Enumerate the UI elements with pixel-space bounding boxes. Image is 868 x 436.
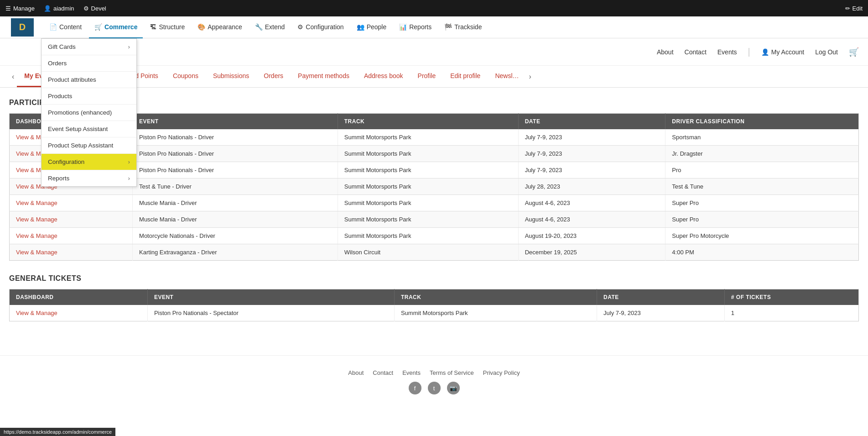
facebook-icon[interactable]: f (409, 382, 421, 394)
nav-item-trackside[interactable]: 🏁 Trackside (439, 16, 487, 38)
manage-label: Manage (13, 5, 35, 12)
view-manage-link[interactable]: View & Manage (16, 200, 57, 206)
trackside-icon: 🏁 (444, 23, 452, 31)
username-label: aiadmin (53, 5, 74, 12)
event-setup-label: Event Setup Assistant (48, 126, 108, 132)
cart-icon[interactable]: 🛒 (849, 47, 859, 57)
nav-item-commerce[interactable]: 🛒 Commerce (89, 16, 143, 38)
classification-cell: 4:00 PM (665, 244, 859, 261)
site-nav-logout[interactable]: Log Out (815, 48, 838, 56)
dropdown-product-attributes[interactable]: Product attributes (42, 72, 136, 88)
event-cell: Piston Pro Nationals - Driver (133, 129, 338, 146)
footer-contact[interactable]: Contact (373, 369, 393, 376)
nav-item-people[interactable]: 👥 People (351, 16, 392, 38)
nav-item-appearance[interactable]: 🎨 Appearance (192, 16, 248, 38)
dropdown-product-setup[interactable]: Product Setup Assistant (42, 137, 136, 154)
table-row: View & Manage Muscle Mania - Driver Summ… (10, 195, 859, 211)
view-manage-link[interactable]: View & Manage (16, 310, 57, 316)
hamburger-icon: ☰ (5, 5, 11, 12)
nav-people-label: People (367, 23, 387, 31)
account-user-icon: 👤 (761, 48, 769, 56)
tab-address-book[interactable]: Address book (357, 66, 411, 87)
table-row: View & Manage Piston Pro Nationals - Spe… (10, 305, 859, 321)
track-cell: Summit Motorsports Park (338, 162, 518, 179)
footer-privacy[interactable]: Privacy Policy (483, 369, 520, 376)
nav-item-reports[interactable]: 📊 Reports (394, 16, 437, 38)
tab-edit-profile[interactable]: Edit profile (443, 66, 488, 87)
date-cell: August 4-6, 2023 (518, 195, 665, 211)
general-tickets-table: DASHBOARD EVENT TRACK DATE # OF TICKETS … (9, 289, 859, 321)
nav-item-content[interactable]: 📄 Content (44, 16, 87, 38)
dropdown-configuration[interactable]: Configuration › (42, 154, 136, 170)
twitter-icon[interactable]: t (428, 382, 441, 394)
orders-label: Orders (48, 60, 67, 67)
classification-cell: Sportsman (665, 129, 859, 146)
nav-trackside-label: Trackside (454, 23, 482, 31)
track-cell: Summit Motorsports Park (338, 228, 518, 244)
edit-button[interactable]: ✏ Edit (845, 5, 863, 12)
dropdown-gift-cards[interactable]: Gift Cards › (42, 39, 136, 55)
date-cell: August 19-20, 2023 (518, 228, 665, 244)
classification-cell: Jr. Dragster (665, 146, 859, 162)
nav-reports-label: Reports (409, 23, 431, 31)
classification-cell: Super Pro (665, 195, 859, 211)
nav-item-extend[interactable]: 🔧 Extend (249, 16, 291, 38)
tab-arrow-right[interactable]: › (526, 73, 534, 81)
tab-newsletter[interactable]: Newsl… (488, 66, 526, 87)
devel-item[interactable]: ⚙ Devel (83, 5, 106, 12)
classification-cell: Test & Tune (665, 179, 859, 195)
tab-submissions[interactable]: Submissions (206, 66, 256, 87)
site-footer: About Contact Events Terms of Service Pr… (0, 355, 868, 404)
nav-item-configuration[interactable]: ⚙ Configuration (292, 16, 349, 38)
site-nav-links: About Contact Events | 👤 My Account Log … (657, 47, 859, 57)
nav-commerce-label: Commerce (104, 23, 137, 31)
track-cell: Summit Motorsports Park (338, 195, 518, 211)
tickets-col-date: DATE (597, 289, 725, 305)
chevron-right-icon-config: › (128, 158, 130, 165)
tab-orders[interactable]: Orders (256, 66, 291, 87)
nav-item-structure[interactable]: 🏗 Structure (145, 16, 190, 38)
event-cell: Muscle Mania - Driver (133, 195, 338, 211)
view-manage-link[interactable]: View & Manage (16, 232, 57, 239)
tab-payment-methods[interactable]: Payment methods (291, 66, 357, 87)
gift-cards-label: Gift Cards (48, 43, 76, 50)
user-item[interactable]: 👤 aiadmin (44, 5, 74, 12)
site-nav-my-account[interactable]: 👤 My Account (761, 48, 804, 56)
footer-terms[interactable]: Terms of Service (430, 369, 474, 376)
manage-button[interactable]: ☰ Manage (5, 5, 35, 12)
instagram-icon[interactable]: 📷 (447, 382, 460, 394)
site-logo: D (11, 18, 34, 37)
track-cell: Summit Motorsports Park (338, 146, 518, 162)
site-nav-contact[interactable]: Contact (685, 48, 707, 56)
site-nav-about[interactable]: About (657, 48, 674, 56)
nav-bar: D 📄 Content 🛒 Commerce 🏗 Structure 🎨 App… (0, 16, 868, 38)
table-row: View & Manage Motorcycle Nationals - Dri… (10, 228, 859, 244)
footer-about[interactable]: About (348, 369, 364, 376)
tickets-col-dashboard: DASHBOARD (10, 289, 148, 305)
dropdown-orders[interactable]: Orders (42, 55, 136, 72)
edit-icon: ✏ (845, 5, 850, 12)
gear-icon: ⚙ (83, 5, 89, 12)
participant-col-event: EVENT (133, 114, 338, 130)
dropdown-promotions[interactable]: Promotions (enhanced) (42, 105, 136, 121)
tickets-count-cell: 1 (724, 305, 858, 321)
participant-col-classification: DRIVER CLASSIFICATION (665, 114, 859, 130)
tab-coupons[interactable]: Coupons (166, 66, 206, 87)
date-cell: August 4-6, 2023 (518, 211, 665, 228)
tickets-col-event: EVENT (147, 289, 394, 305)
dropdown-reports[interactable]: Reports › (42, 170, 136, 186)
track-cell: Summit Motorsports Park (338, 129, 518, 146)
participant-col-date: DATE (518, 114, 665, 130)
dropdown-event-setup[interactable]: Event Setup Assistant (42, 121, 136, 137)
tab-profile[interactable]: Profile (411, 66, 443, 87)
event-cell: Test & Tune - Driver (133, 179, 338, 195)
dropdown-products[interactable]: Products (42, 88, 136, 105)
view-manage-link[interactable]: View & Manage (16, 249, 57, 256)
site-nav-events[interactable]: Events (717, 48, 737, 56)
footer-events[interactable]: Events (402, 369, 421, 376)
track-cell: Summit Motorsports Park (338, 211, 518, 228)
table-row: View & Manage Muscle Mania - Driver Summ… (10, 211, 859, 228)
view-manage-link[interactable]: View & Manage (16, 216, 57, 223)
tab-arrow-left[interactable]: ‹ (9, 73, 17, 81)
product-setup-label: Product Setup Assistant (48, 142, 113, 149)
